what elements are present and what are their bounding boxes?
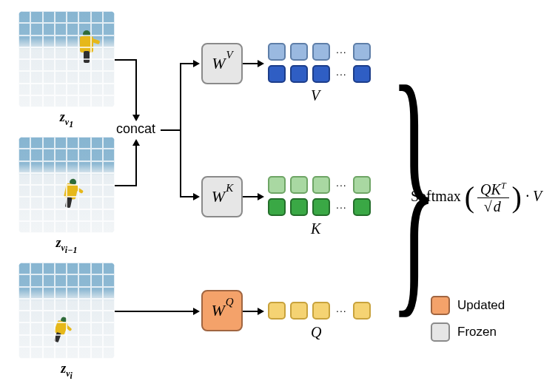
token-v-light	[290, 43, 308, 61]
arrow-zv1-right	[115, 59, 137, 61]
token-v-light	[353, 43, 371, 61]
token-k-dark	[268, 198, 286, 216]
attention-formula: Softmax (QKT√d) · V	[411, 174, 542, 215]
token-k-dark	[353, 198, 371, 216]
arrow-zv1-down	[135, 59, 137, 116]
token-k-dark	[290, 198, 308, 216]
legend-updated: Updated	[431, 296, 505, 315]
token-v-dark	[312, 65, 330, 83]
arrowhead-wk-out	[258, 193, 264, 200]
ellipsis-icon: ···	[335, 201, 349, 213]
legend-frozen: Frozen	[431, 322, 497, 342]
frame-zvim1	[19, 137, 115, 233]
arrowhead-wv-out	[258, 60, 264, 67]
box-wq: WQ	[201, 290, 243, 331]
ellipsis-icon: ···	[335, 68, 349, 80]
token-k-dark	[312, 198, 330, 216]
token-v-dark	[268, 65, 286, 83]
legend-label-updated: Updated	[457, 298, 505, 313]
arrowhead-zvim1	[132, 139, 140, 146]
label-q: Q	[311, 324, 321, 341]
tokens-v: ··· ···	[268, 43, 371, 87]
token-q	[290, 302, 308, 320]
arrow-branch-vert	[180, 63, 181, 197]
token-v-dark	[353, 65, 371, 83]
arrow-zvi-right	[115, 311, 195, 312]
arrow-wv-out	[243, 63, 259, 64]
arrow-zvim1-right	[115, 185, 137, 186]
tokens-q: ···	[268, 302, 371, 324]
label-zvi: zvi	[19, 361, 115, 382]
legend-swatch-updated	[431, 296, 450, 315]
arrowhead-wq-out	[258, 308, 264, 315]
label-v: V	[311, 87, 320, 104]
token-q	[353, 302, 371, 320]
arrow-concat-right	[161, 129, 181, 131]
ellipsis-icon: ···	[335, 305, 349, 317]
label-k: K	[311, 220, 320, 237]
arrowhead-zv1	[132, 115, 140, 121]
token-k-light	[353, 176, 371, 194]
arrow-wk-out	[243, 196, 259, 197]
frame-zvi	[19, 263, 115, 359]
token-v-light	[312, 43, 330, 61]
token-q	[312, 302, 330, 320]
arrowhead-wq	[193, 308, 200, 315]
token-v-light	[268, 43, 286, 61]
token-k-light	[312, 176, 330, 194]
arrowhead-wv	[193, 60, 200, 67]
label-zv1: zv1	[19, 109, 115, 130]
tokens-k: ··· ···	[268, 176, 371, 220]
frame-zv1	[19, 11, 115, 107]
token-k-light	[290, 176, 308, 194]
box-wv: WV	[201, 43, 243, 84]
arrow-zvim1-up	[135, 144, 137, 186]
token-k-light	[268, 176, 286, 194]
label-zvim1: zvi−1	[19, 235, 115, 256]
arrow-wq-out	[243, 311, 259, 312]
legend-label-frozen: Frozen	[457, 325, 497, 339]
ellipsis-icon: ···	[335, 179, 349, 191]
ellipsis-icon: ···	[335, 46, 349, 58]
token-q	[268, 302, 286, 320]
legend-swatch-frozen	[431, 322, 450, 342]
concat-label: concat	[116, 121, 155, 137]
arrowhead-wk	[193, 193, 200, 200]
box-wk: WK	[201, 176, 243, 217]
token-v-dark	[290, 65, 308, 83]
